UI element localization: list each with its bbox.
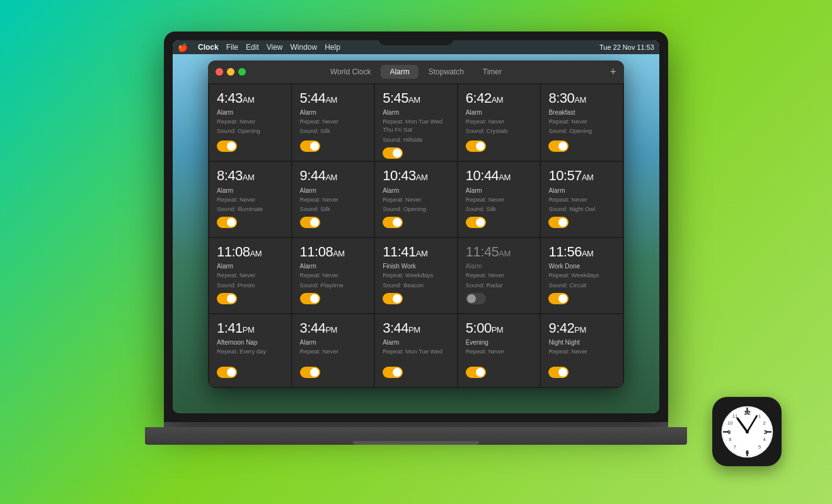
alarm-toggle: [466, 289, 533, 307]
toggle-switch[interactable]: [466, 217, 486, 228]
alarm-cell[interactable]: 6:42AM Alarm Repeat: Never Sound: Crysta…: [458, 84, 540, 161]
toggle-switch[interactable]: [300, 217, 320, 228]
alarm-cell[interactable]: 11:08AM Alarm Repeat: Never Sound: Playt…: [292, 238, 374, 313]
alarm-cell[interactable]: 10:57AM Alarm Repeat: Never Sound: Night…: [541, 162, 623, 237]
alarm-repeat: Repeat: Never: [300, 117, 367, 125]
alarm-cell[interactable]: 8:30AM Breakfast Repeat: Never Sound: Op…: [541, 84, 623, 161]
alarm-label: Afternoon Nap: [217, 339, 284, 346]
toggle-switch[interactable]: [383, 367, 403, 378]
alarm-toggle: [383, 289, 449, 307]
alarm-cell[interactable]: 3:44PM Alarm Repeat: Mon Tue Wed: [375, 314, 457, 387]
alarm-cell[interactable]: 11:08AM Alarm Repeat: Never Sound: Prest…: [209, 238, 291, 313]
alarm-repeat: Repeat: Never: [466, 347, 533, 355]
alarm-cell[interactable]: 8:43AM Alarm Repeat: Never Sound: Illumi…: [209, 162, 291, 237]
svg-text:12: 12: [744, 410, 750, 416]
toggle-switch[interactable]: [548, 293, 569, 304]
alarm-repeat: Repeat: Never: [300, 195, 367, 203]
menu-bar: 🍎 Clock World Clock File Edit View Windo…: [173, 40, 659, 54]
alarm-repeat: Repeat: Never: [548, 347, 615, 355]
window-titlebar: World Clock Alarm Stopwatch Timer +: [208, 60, 624, 83]
window-tabs: World Clock Alarm Stopwatch Timer: [321, 65, 511, 79]
toggle-switch[interactable]: [548, 140, 569, 152]
toggle-switch[interactable]: [548, 367, 569, 378]
alarm-sound: Sound: Circuit: [548, 281, 615, 289]
toggle-switch[interactable]: [217, 217, 237, 228]
toggle-switch[interactable]: [383, 217, 403, 228]
toggle-knob: [227, 218, 236, 227]
alarm-time: 10:44AM: [466, 168, 533, 183]
toggle-switch[interactable]: [300, 367, 320, 378]
app-name[interactable]: Clock: [198, 43, 219, 52]
alarm-cell[interactable]: 9:42PM Night Night Repeat: Never: [541, 314, 623, 387]
alarm-cell[interactable]: 10:43AM Alarm Repeat: Never Sound: Openi…: [375, 162, 457, 237]
tab-stopwatch[interactable]: Stopwatch: [420, 65, 473, 79]
close-button[interactable]: [216, 68, 223, 76]
alarm-cell[interactable]: 3:44PM Alarm Repeat: Never: [292, 314, 374, 387]
toggle-switch[interactable]: [217, 367, 237, 378]
alarm-time: 1:41PM: [217, 321, 284, 336]
alarm-time: 3:44PM: [383, 321, 449, 336]
toggle-switch[interactable]: [300, 140, 320, 152]
alarm-repeat: Repeat: Never: [548, 195, 615, 203]
alarm-cell[interactable]: 5:44AM Alarm Repeat: Never Sound: Silk: [292, 84, 374, 161]
alarm-cell[interactable]: 4:43AM Alarm Repeat: Never Sound: Openin…: [209, 84, 291, 161]
menu-edit[interactable]: Edit: [246, 43, 259, 52]
toggle-switch[interactable]: [217, 140, 237, 152]
toggle-switch[interactable]: [383, 147, 403, 159]
toggle-switch[interactable]: [300, 293, 320, 304]
toggle-switch[interactable]: [383, 293, 403, 304]
alarm-cell[interactable]: 11:41AM Finish Work Repeat: Weekdays Sou…: [375, 238, 457, 313]
toggle-switch[interactable]: [466, 140, 486, 152]
toggle-knob: [310, 142, 319, 151]
alarm-time: 5:44AM: [300, 91, 367, 106]
alarm-repeat: Repeat: Never: [217, 117, 284, 125]
toggle-switch[interactable]: [217, 293, 237, 304]
alarm-sound: Sound: Opening: [383, 205, 449, 213]
alarm-repeat: Repeat: Every day: [217, 347, 284, 355]
alarm-label: Alarm: [466, 109, 533, 116]
macbook-container: 🍎 Clock World Clock File Edit View Windo…: [145, 32, 687, 472]
macbook-base: [145, 427, 687, 445]
alarm-cell[interactable]: 10:44AM Alarm Repeat: Never Sound: Silk: [458, 162, 540, 237]
toggle-knob: [310, 294, 319, 303]
alarm-time: 11:56AM: [548, 244, 615, 260]
alarm-repeat: Repeat: Weekdays: [548, 271, 615, 279]
alarm-cell[interactable]: 9:44AM Alarm Repeat: Never Sound: Silk: [292, 162, 374, 237]
toggle-switch[interactable]: [548, 217, 569, 228]
alarm-cell[interactable]: 11:45AM Alarm Repeat: Never Sound: Radar: [458, 238, 540, 313]
toggle-switch[interactable]: [466, 293, 486, 304]
menu-view[interactable]: View: [267, 43, 283, 52]
alarm-cell[interactable]: 11:56AM Work Done Repeat: Weekdays Sound…: [541, 238, 623, 313]
tab-world-clock[interactable]: World Clock: [321, 65, 379, 79]
alarm-cell[interactable]: 1:41PM Afternoon Nap Repeat: Every day: [209, 314, 291, 387]
toggle-switch[interactable]: [466, 367, 486, 378]
menu-file[interactable]: File: [226, 43, 238, 52]
alarm-time: 11:45AM: [466, 244, 533, 260]
add-alarm-button[interactable]: +: [610, 66, 616, 77]
alarm-time: 6:42AM: [466, 91, 533, 106]
svg-text:2: 2: [763, 420, 765, 426]
alarm-sound: Sound: Hillside: [383, 135, 449, 144]
alarm-cell[interactable]: 5:00PM Evening Repeat: Never: [458, 314, 540, 387]
toggle-knob: [227, 368, 236, 377]
alarm-label: Alarm: [300, 109, 367, 116]
alarm-label: Alarm: [300, 263, 367, 270]
alarm-cell[interactable]: 5:45AM Alarm Repeat: Mon Tue Wed Thu Fri…: [375, 84, 457, 161]
alarm-grid: 4:43AM Alarm Repeat: Never Sound: Openin…: [208, 83, 624, 388]
toggle-knob: [227, 294, 236, 303]
alarm-label: Alarm: [300, 187, 367, 194]
alarm-repeat: Repeat: Mon Tue Wed: [383, 347, 449, 355]
maximize-button[interactable]: [238, 68, 246, 76]
alarm-label: Evening: [466, 339, 533, 346]
minimize-button[interactable]: [227, 68, 234, 76]
alarm-toggle: [548, 213, 615, 231]
alarm-label: Work Done: [548, 263, 615, 270]
apple-menu[interactable]: 🍎: [178, 43, 188, 52]
toggle-knob: [558, 294, 567, 303]
alarm-toggle: [217, 137, 284, 154]
menu-help[interactable]: Help: [325, 43, 340, 52]
tab-timer[interactable]: Timer: [474, 65, 511, 79]
tab-alarm[interactable]: Alarm: [381, 65, 418, 79]
menu-window[interactable]: Window: [291, 43, 318, 52]
svg-text:7: 7: [733, 444, 736, 449]
